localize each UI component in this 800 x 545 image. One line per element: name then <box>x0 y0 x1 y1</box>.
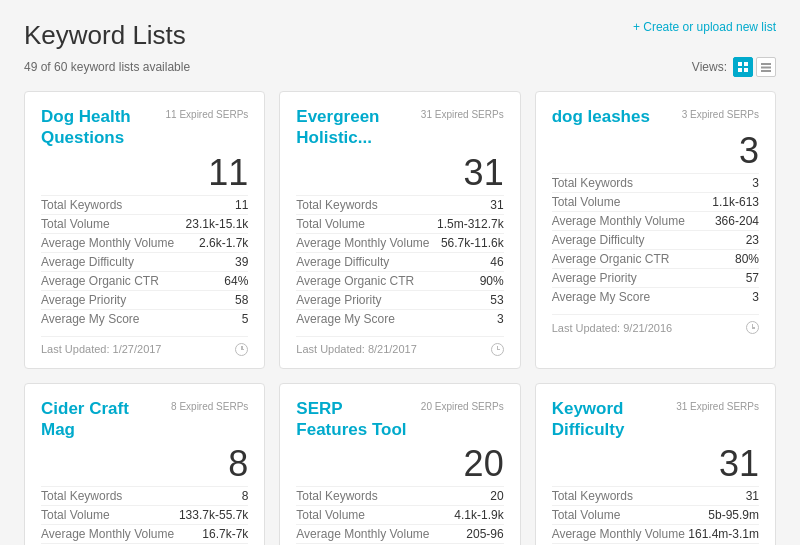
stat-row: Average Priority53 <box>296 290 503 309</box>
stat-row: Total Volume5b-95.9m <box>552 505 759 524</box>
stat-value: 23.1k-15.1k <box>186 217 249 231</box>
stat-value: 53 <box>490 293 503 307</box>
grid-view-button[interactable] <box>733 57 753 77</box>
expired-badge: 3 Expired SERPs <box>682 106 759 120</box>
svg-rect-3 <box>744 68 748 72</box>
stat-label: Average Priority <box>41 293 126 307</box>
stat-value: 161.4m-3.1m <box>688 527 759 541</box>
stat-label: Total Volume <box>552 195 621 209</box>
card-stats: Total Keywords31Total Volume1.5m-312.7kA… <box>296 195 503 328</box>
card-title[interactable]: Evergreen Holistic... <box>296 106 421 149</box>
stat-value: 205-96 <box>466 527 503 541</box>
stat-value: 2.6k-1.7k <box>199 236 248 250</box>
stat-value: 58 <box>235 293 248 307</box>
card-title[interactable]: Keyword Difficulty <box>552 398 677 441</box>
stat-value: 8 <box>242 489 249 503</box>
stat-label: Total Volume <box>41 508 110 522</box>
keyword-card-2[interactable]: dog leashes3 Expired SERPs3Total Keyword… <box>535 91 776 369</box>
expired-badge: 11 Expired SERPs <box>166 106 249 120</box>
svg-rect-6 <box>761 70 771 72</box>
grid-icon <box>738 62 748 72</box>
stat-row: Average Organic CTR90% <box>296 271 503 290</box>
clock-icon <box>491 343 504 356</box>
card-header: Evergreen Holistic...31 Expired SERPs <box>296 106 503 149</box>
keyword-card-0[interactable]: Dog Health Questions11 Expired SERPs11To… <box>24 91 265 369</box>
card-stats: Total Keywords3Total Volume1.1k-613Avera… <box>552 173 759 306</box>
stat-value: 1.1k-613 <box>712 195 759 209</box>
stat-row: Average Organic CTR64% <box>41 271 248 290</box>
stat-row: Total Keywords8 <box>41 486 248 505</box>
stat-row: Average Monthly Volume366-204 <box>552 211 759 230</box>
stat-row: Average Monthly Volume16.7k-7k <box>41 524 248 543</box>
keyword-card-3[interactable]: Cider Craft Mag8 Expired SERPs8Total Key… <box>24 383 265 546</box>
views-area: Views: <box>692 57 776 77</box>
card-header: Cider Craft Mag8 Expired SERPs <box>41 398 248 441</box>
stat-label: Total Keywords <box>552 489 633 503</box>
stat-label: Average Monthly Volume <box>296 527 429 541</box>
stat-row: Average Difficulty39 <box>41 252 248 271</box>
svg-rect-5 <box>761 67 771 69</box>
stat-row: Average Priority58 <box>41 290 248 309</box>
stat-label: Average Organic CTR <box>41 274 159 288</box>
card-title[interactable]: Cider Craft Mag <box>41 398 171 441</box>
stat-value: 20 <box>490 489 503 503</box>
card-header: dog leashes3 Expired SERPs <box>552 106 759 127</box>
stat-value: 23 <box>746 233 759 247</box>
stat-row: Average Monthly Volume161.4m-3.1m <box>552 524 759 543</box>
stat-value: 90% <box>480 274 504 288</box>
stat-label: Total Keywords <box>41 489 122 503</box>
card-title[interactable]: Dog Health Questions <box>41 106 166 149</box>
stat-row: Average Difficulty23 <box>552 230 759 249</box>
stat-row: Total Keywords20 <box>296 486 503 505</box>
stat-label: Average My Score <box>41 312 140 326</box>
card-title[interactable]: dog leashes <box>552 106 682 127</box>
card-footer: Last Updated: 9/21/2016 <box>552 314 759 334</box>
svg-rect-4 <box>761 63 771 65</box>
svg-rect-1 <box>744 62 748 66</box>
last-updated-text: Last Updated: 1/27/2017 <box>41 343 161 355</box>
stat-label: Average Monthly Volume <box>296 236 429 250</box>
keyword-card-1[interactable]: Evergreen Holistic...31 Expired SERPs31T… <box>279 91 520 369</box>
subheader: 49 of 60 keyword lists available Views: <box>24 57 776 77</box>
stat-label: Average Priority <box>552 271 637 285</box>
views-label: Views: <box>692 60 727 74</box>
card-footer: Last Updated: 8/21/2017 <box>296 336 503 356</box>
create-link[interactable]: + Create or upload new list <box>633 20 776 34</box>
stat-label: Total Volume <box>552 508 621 522</box>
stat-value: 3 <box>752 176 759 190</box>
stat-row: Total Keywords31 <box>296 195 503 214</box>
stat-label: Total Keywords <box>552 176 633 190</box>
stat-row: Average Monthly Volume2.6k-1.7k <box>41 233 248 252</box>
stat-value: 5 <box>242 312 249 326</box>
page-header: Keyword Lists + Create or upload new lis… <box>24 20 776 51</box>
expired-badge: 8 Expired SERPs <box>171 398 248 412</box>
stat-row: Average My Score5 <box>41 309 248 328</box>
stat-value: 11 <box>235 198 248 212</box>
card-header: SERP Features Tool20 Expired SERPs <box>296 398 503 441</box>
svg-rect-0 <box>738 62 742 66</box>
stat-label: Total Volume <box>296 217 365 231</box>
view-icons <box>733 57 776 77</box>
stat-label: Total Keywords <box>296 489 377 503</box>
stat-label: Average Difficulty <box>296 255 389 269</box>
card-total-number: 8 <box>41 446 248 482</box>
stat-row: Total Volume23.1k-15.1k <box>41 214 248 233</box>
stat-label: Average Monthly Volume <box>552 527 685 541</box>
card-stats: Total Keywords20Total Volume4.1k-1.9kAve… <box>296 486 503 545</box>
card-header: Dog Health Questions11 Expired SERPs <box>41 106 248 149</box>
stat-value: 133.7k-55.7k <box>179 508 248 522</box>
stat-row: Total Volume1.5m-312.7k <box>296 214 503 233</box>
list-view-button[interactable] <box>756 57 776 77</box>
card-title[interactable]: SERP Features Tool <box>296 398 421 441</box>
stat-value: 31 <box>490 198 503 212</box>
available-text: 49 of 60 keyword lists available <box>24 60 190 74</box>
stat-value: 64% <box>224 274 248 288</box>
stat-label: Total Volume <box>296 508 365 522</box>
stat-label: Average Organic CTR <box>296 274 414 288</box>
stat-label: Average My Score <box>552 290 651 304</box>
card-total-number: 20 <box>296 446 503 482</box>
stat-value: 57 <box>746 271 759 285</box>
keyword-card-4[interactable]: SERP Features Tool20 Expired SERPs20Tota… <box>279 383 520 546</box>
stat-value: 39 <box>235 255 248 269</box>
keyword-card-5[interactable]: Keyword Difficulty31 Expired SERPs31Tota… <box>535 383 776 546</box>
